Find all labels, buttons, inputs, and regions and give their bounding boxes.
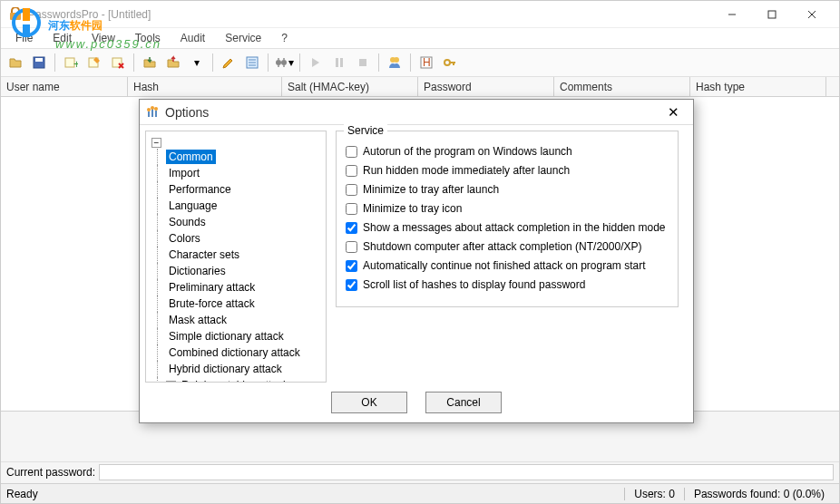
column-header[interactable]: Comments — [554, 77, 690, 96]
tree-item[interactable]: Colors — [166, 231, 203, 246]
option-checkbox[interactable] — [346, 146, 357, 158]
svg-rect-23 — [340, 58, 343, 67]
svg-point-36 — [151, 106, 154, 110]
option-label: Minimize to tray icon — [363, 202, 462, 215]
options-dialog: Options ✕ − CommonImportPerformanceLangu… — [139, 99, 694, 423]
tree-item[interactable]: Preliminary attack — [166, 280, 258, 295]
play-icon[interactable] — [305, 52, 327, 73]
pause-icon[interactable] — [328, 52, 350, 73]
svg-text:+: + — [73, 58, 78, 70]
hash-icon[interactable]: H — [415, 52, 437, 73]
ok-button[interactable]: OK — [331, 392, 407, 413]
key-icon[interactable] — [439, 52, 461, 73]
users-icon[interactable] — [384, 52, 405, 73]
option-checkbox[interactable] — [346, 203, 357, 215]
cancel-button[interactable]: Cancel — [425, 392, 502, 413]
svg-point-35 — [147, 108, 151, 111]
table-header: User nameHashSalt (HMAC-key)PasswordComm… — [1, 77, 839, 97]
export-icon[interactable] — [162, 52, 184, 73]
svg-rect-24 — [359, 59, 366, 66]
column-header[interactable]: Password — [418, 77, 554, 96]
current-password-row: Current password: — [1, 461, 839, 481]
current-password-input[interactable] — [99, 464, 834, 480]
status-users: Users: 0 — [624, 488, 684, 500]
svg-rect-22 — [336, 58, 338, 67]
dialog-title: Options — [165, 105, 659, 120]
option-checkbox-row[interactable]: Show a messages about attack completion … — [346, 221, 669, 234]
tree-item[interactable]: Character sets — [166, 247, 242, 262]
stop-icon[interactable] — [352, 52, 374, 73]
tree-item[interactable]: Combined dictionary attack — [166, 345, 303, 360]
dialog-close-button[interactable]: ✕ — [659, 102, 688, 123]
add-icon[interactable]: + — [60, 52, 82, 73]
option-label: Automatically continue not finished atta… — [363, 259, 646, 272]
menu-help[interactable]: ? — [272, 30, 297, 46]
option-checkbox-row[interactable]: Scroll list of hashes to display found p… — [346, 278, 669, 291]
option-checkbox[interactable] — [346, 222, 357, 234]
tree-item[interactable]: Performance — [166, 182, 234, 197]
svg-rect-34 — [155, 111, 157, 117]
minimize-button[interactable] — [712, 2, 752, 27]
column-header[interactable]: Salt (HMAC-key) — [282, 77, 418, 96]
menu-file[interactable]: File — [6, 30, 42, 46]
edit2-icon[interactable] — [218, 52, 239, 73]
option-checkbox[interactable] — [346, 241, 357, 253]
save-icon[interactable] — [28, 52, 50, 73]
statusbar: Ready Users: 0 Passwords found: 0 (0.0%) — [1, 483, 839, 503]
main-window: 河东软件园 www.pc0359.cn PasswordsPro - [Unti… — [0, 0, 840, 504]
options-icon — [145, 105, 160, 120]
maximize-button[interactable] — [752, 2, 792, 27]
option-checkbox-row[interactable]: Autorun of the program on Windows launch — [346, 145, 669, 158]
tree-item[interactable]: Common — [166, 150, 216, 164]
tree-item[interactable]: Sounds — [166, 215, 209, 229]
option-checkbox-row[interactable]: Automatically continue not finished atta… — [346, 259, 669, 272]
find-icon[interactable]: ▾ — [186, 52, 208, 73]
option-checkbox[interactable] — [346, 184, 357, 196]
option-checkbox-row[interactable]: Minimize to tray icon — [346, 202, 669, 215]
delete-icon[interactable] — [107, 52, 129, 73]
open-icon[interactable] — [5, 52, 26, 73]
settings-icon[interactable]: ▾ — [273, 52, 295, 73]
option-checkbox-row[interactable]: Run hidden mode immediately after launch — [346, 164, 669, 177]
svg-point-29 — [444, 60, 450, 65]
status-ready: Ready — [6, 488, 624, 500]
svg-point-20 — [276, 60, 281, 65]
column-header[interactable]: Hash type — [690, 77, 826, 96]
options-tree[interactable]: − CommonImportPerformanceLanguageSoundsC… — [145, 131, 327, 383]
checklist-icon[interactable] — [241, 52, 263, 73]
column-header[interactable]: Hash — [128, 77, 282, 96]
current-password-label: Current password: — [6, 466, 95, 479]
tree-item[interactable]: Simple dictionary attack — [166, 329, 287, 344]
edit-icon[interactable] — [83, 52, 105, 73]
tree-item[interactable]: Rainbow-tables attack — [179, 378, 291, 383]
dialog-titlebar[interactable]: Options ✕ — [140, 100, 693, 125]
menu-audit[interactable]: Audit — [171, 30, 214, 46]
tree-item[interactable]: Mask attack — [166, 313, 230, 327]
option-label: Minimize to tray after launch — [363, 183, 499, 196]
column-header[interactable]: User name — [1, 77, 128, 96]
tree-item[interactable]: Hybrid dictionary attack — [166, 362, 285, 376]
watermark-url: www.pc0359.cn — [55, 37, 161, 51]
menu-service[interactable]: Service — [216, 30, 270, 46]
svg-rect-5 — [768, 11, 776, 18]
titlebar: PasswordsPro - [Untitled] — [1, 1, 839, 28]
svg-text:H: H — [423, 56, 431, 69]
close-button[interactable] — [792, 2, 832, 27]
status-found: Passwords found: 0 (0.0%) — [684, 488, 834, 500]
tree-item[interactable]: Dictionaries — [166, 264, 229, 278]
tree-expander[interactable]: − — [151, 138, 161, 148]
tree-expander[interactable]: − — [166, 381, 176, 383]
option-checkbox[interactable] — [346, 260, 357, 272]
svg-point-21 — [281, 60, 287, 65]
option-checkbox[interactable] — [346, 279, 357, 291]
import-icon[interactable] — [139, 52, 161, 73]
svg-rect-33 — [151, 109, 153, 117]
tree-item[interactable]: Brute-force attack — [166, 296, 258, 311]
window-title: PasswordsPro - [Untitled] — [28, 8, 712, 21]
option-checkbox-row[interactable]: Shutdown computer after attack completio… — [346, 240, 669, 253]
tree-item[interactable]: Import — [166, 166, 202, 180]
option-checkbox-row[interactable]: Minimize to tray after launch — [346, 183, 669, 196]
tree-item[interactable]: Language — [166, 199, 220, 213]
option-checkbox[interactable] — [346, 165, 357, 177]
svg-rect-3 — [10, 13, 21, 20]
